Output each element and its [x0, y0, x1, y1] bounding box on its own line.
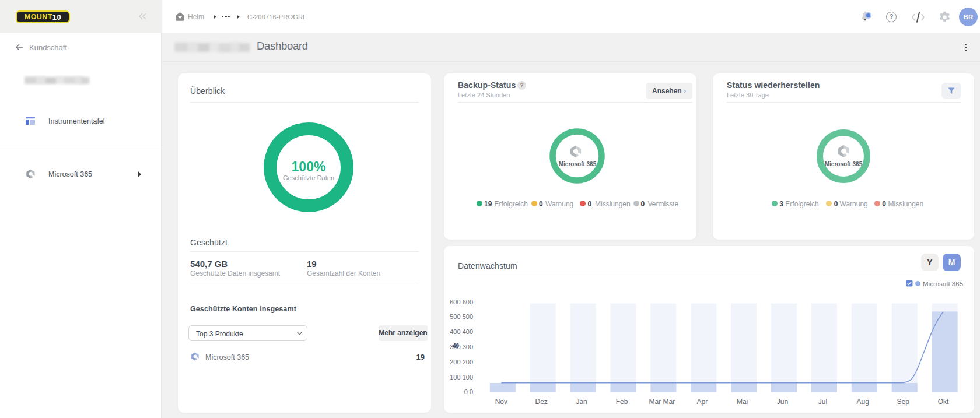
- svg-text:500 500: 500 500: [450, 313, 473, 320]
- svg-text:Jun: Jun: [777, 398, 788, 406]
- svg-text:200 200: 200 200: [450, 359, 473, 366]
- svg-text:Mär Mär: Mär Mär: [649, 398, 676, 406]
- svg-text:100 100: 100 100: [450, 374, 473, 381]
- svg-text:0 0: 0 0: [464, 388, 473, 395]
- svg-text:49: 49: [453, 343, 460, 349]
- svg-text:600 600: 600 600: [450, 298, 473, 305]
- svg-text:Apr: Apr: [696, 398, 708, 406]
- svg-text:Feb: Feb: [616, 398, 628, 406]
- svg-text:Okt: Okt: [938, 398, 949, 406]
- svg-text:Jan: Jan: [576, 398, 587, 406]
- svg-text:Mai: Mai: [737, 398, 748, 406]
- svg-text:400 400: 400 400: [450, 328, 473, 335]
- svg-text:Jul: Jul: [818, 398, 827, 406]
- svg-text:Aug: Aug: [857, 398, 869, 406]
- svg-text:Dez: Dez: [536, 398, 548, 406]
- svg-text:Nov: Nov: [495, 398, 508, 406]
- svg-text:Sep: Sep: [897, 398, 910, 406]
